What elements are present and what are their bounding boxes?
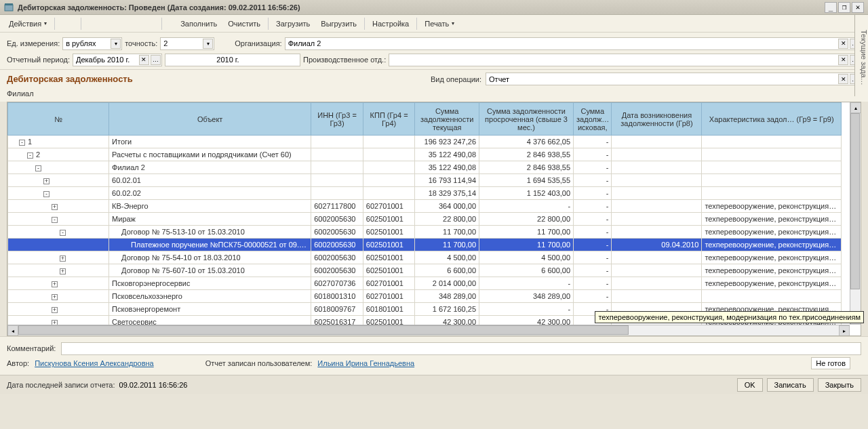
tree-toggle-icon[interactable]: + <box>52 281 58 287</box>
vertical-scrollbar[interactable]: ▴ ▾ <box>850 102 861 325</box>
lastwrite-label: Дата последней записи отчета: <box>7 381 115 389</box>
data-grid: № Объект ИНН (Гр3 = Гр3) КПП (Гр4 = Гр4)… <box>7 102 861 336</box>
scroll-right-icon[interactable]: ▸ <box>839 325 850 336</box>
savedby-label: Отчет записан пользователем: <box>205 359 313 367</box>
col-sumisk[interactable]: Сумма задолж… исковая, <box>574 103 612 136</box>
clear-button[interactable]: Очистить <box>223 17 265 30</box>
doc3-icon[interactable] <box>106 17 115 30</box>
table-row[interactable]: -Договор № 75-513-10 от 15.03.2010600200… <box>8 226 842 239</box>
window-icon <box>4 3 14 12</box>
doc1-icon[interactable] <box>84 17 94 30</box>
units-field[interactable]: в рублях▾ <box>62 37 122 50</box>
col-object[interactable]: Объект <box>109 103 311 136</box>
col-sumover[interactable]: Сумма задолженности просроченная (свыше … <box>479 103 574 136</box>
col-date[interactable]: Дата возникновения задолженности (Гр8) <box>612 103 702 136</box>
table-row[interactable]: -2Расчеты с поставщиками и подрядчиками … <box>8 148 842 161</box>
close-button[interactable]: Закрыть <box>818 378 861 392</box>
info-icon[interactable]: i <box>149 17 159 30</box>
table-row[interactable]: Платежное поручение №ПСК75-00000521 от 0… <box>8 239 842 251</box>
precision-label: точность: <box>125 39 157 47</box>
tree-toggle-icon[interactable]: - <box>19 140 25 146</box>
action-bar: Дата последней записи отчета: 09.02.2011… <box>0 375 868 394</box>
author-link[interactable]: Пискунова Ксения Александровна <box>35 359 154 367</box>
tree-toggle-icon[interactable]: + <box>52 294 58 300</box>
tree-toggle-icon[interactable]: + <box>52 204 58 210</box>
col-char[interactable]: Характеристика задол… (Гр9 = Гр9) <box>702 103 842 136</box>
select-icon[interactable]: … <box>151 55 161 65</box>
svg-rect-0 <box>5 5 13 11</box>
department-field[interactable]: ✕… <box>389 54 861 66</box>
doc2-icon[interactable] <box>95 17 104 30</box>
tooltip: техперевооружение, реконструкция, модерн… <box>595 311 864 323</box>
col-inn[interactable]: ИНН (Гр3 = Гр3) <box>311 103 363 136</box>
scroll-thumb[interactable] <box>850 113 860 289</box>
scroll-left-icon[interactable]: ◂ <box>7 325 18 336</box>
save-button[interactable]: Записать <box>767 378 814 392</box>
load-button[interactable]: Загрузить <box>271 17 315 30</box>
section-title: Дебиторская задолженность <box>0 70 431 88</box>
table-row[interactable]: -1Итоги196 923 247,264 376 662,05- <box>8 136 842 148</box>
precision-field[interactable]: 2▾ <box>160 37 214 50</box>
tree-icon[interactable] <box>127 17 137 30</box>
dropdown-icon[interactable]: ▾ <box>111 39 121 49</box>
operation-field[interactable]: Отчет✕… <box>486 73 861 85</box>
table-row[interactable]: +Договор № 75-54-10 от 18.03.20106002005… <box>8 251 842 264</box>
scroll-up-icon[interactable]: ▴ <box>850 102 861 113</box>
table-row[interactable]: -Мираж600200563060250100122 800,0022 800… <box>8 213 842 226</box>
run-icon[interactable] <box>165 17 174 30</box>
spinner-icon[interactable]: ▾ <box>203 39 213 49</box>
ok-button[interactable]: OK <box>737 378 763 392</box>
col-number[interactable]: № <box>8 103 109 136</box>
table-row[interactable]: -Филиал 235 122 490,082 846 938,55- <box>8 161 842 174</box>
col-sumcur[interactable]: Сумма задолженности текущая <box>415 103 479 136</box>
operation-label: Вид операции: <box>431 75 481 83</box>
refresh-icon[interactable] <box>58 17 67 30</box>
status-field[interactable]: Не готов <box>811 357 850 369</box>
actions-menu[interactable]: Действия ▾ <box>4 17 52 30</box>
table-row[interactable]: -60.02.0218 329 375,141 152 403,00- <box>8 187 842 200</box>
tree-toggle-icon[interactable]: - <box>52 217 58 223</box>
print-menu[interactable]: Печать ▾ <box>420 17 459 30</box>
clear-icon[interactable]: ✕ <box>139 55 149 65</box>
organization-field[interactable]: Филиал 2✕… <box>285 37 861 50</box>
fill-button[interactable]: Заполнить <box>176 17 222 30</box>
table-row[interactable]: +Псковгорэнергосервис6027070736602701001… <box>8 277 842 290</box>
period-label: Отчетный период: <box>7 56 70 64</box>
clear-icon[interactable]: ✕ <box>838 39 848 49</box>
sidebar-tab-tasks[interactable]: Текущие зада… <box>854 15 868 96</box>
dept-label: Производственное отд.: <box>303 56 386 64</box>
scroll-thumb[interactable] <box>18 325 629 335</box>
col-kpp[interactable]: КПП (Гр4 = Гр4) <box>363 103 415 136</box>
clear-icon[interactable]: ✕ <box>838 55 848 65</box>
table-row[interactable]: +КВ-Энерго6027117800602701001364 000,00-… <box>8 200 842 213</box>
close-button[interactable]: ✕ <box>852 2 864 13</box>
period-field[interactable]: Декабрь 2010 г.✕… <box>73 54 162 66</box>
tree-toggle-icon[interactable]: - <box>27 152 33 159</box>
toolbar: Действия ▾ i Заполнить Очистить Загрузит… <box>0 15 868 33</box>
table-row[interactable]: +Договор № 75-607-10 от 15.03.2010600200… <box>8 264 842 277</box>
tree-toggle-icon[interactable]: - <box>60 230 66 236</box>
clear-icon[interactable]: ✕ <box>838 74 848 84</box>
horizontal-scrollbar[interactable]: ◂ ▸ <box>7 325 850 335</box>
window-title: Дебиторская задолженность: Проведен (Дат… <box>18 3 821 12</box>
settings-button[interactable]: Настройка <box>368 17 414 30</box>
tree-toggle-icon[interactable]: - <box>43 191 50 197</box>
savedby-link[interactable]: Ильина Ирина Геннадьевна <box>317 359 414 367</box>
tree-toggle-icon[interactable]: + <box>52 307 58 313</box>
tree-toggle-icon[interactable]: + <box>60 268 66 274</box>
author-label: Автор: <box>7 359 29 367</box>
filter-icon[interactable] <box>117 17 126 30</box>
report-icon[interactable] <box>138 17 148 30</box>
minimize-button[interactable]: _ <box>825 2 837 13</box>
branch-label: Филиал <box>0 88 868 102</box>
year-field[interactable]: 2010 г. <box>165 54 300 66</box>
copy-icon[interactable] <box>68 17 78 30</box>
restore-button[interactable]: ❐ <box>838 2 850 13</box>
tree-toggle-icon[interactable]: + <box>43 178 50 184</box>
table-row[interactable]: +60.02.0116 793 114,941 694 535,55- <box>8 174 842 187</box>
tree-toggle-icon[interactable]: + <box>60 256 66 262</box>
table-row[interactable]: +Псковсельхозэнерго601800131060270100134… <box>8 290 842 303</box>
unload-button[interactable]: Выгрузить <box>316 17 361 30</box>
comment-field[interactable] <box>61 342 861 355</box>
tree-toggle-icon[interactable]: - <box>35 165 41 171</box>
